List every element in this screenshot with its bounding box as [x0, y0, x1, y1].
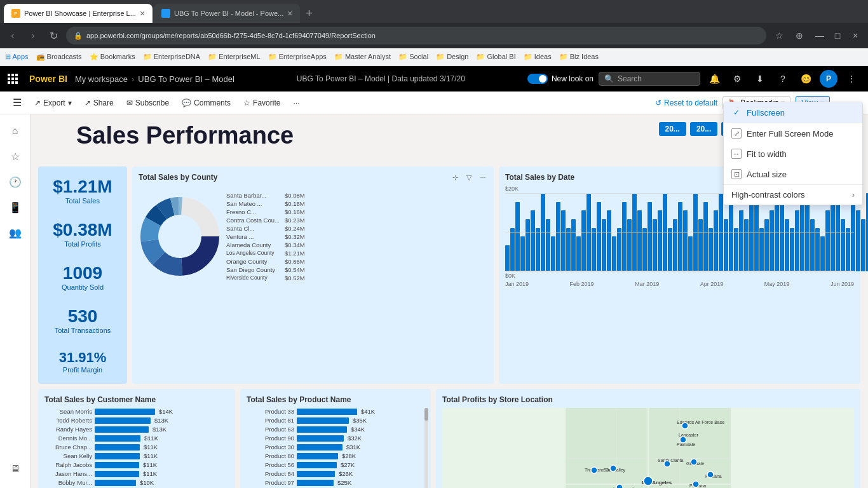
menu-toggle-button[interactable]: ☰	[8, 94, 27, 111]
date-bar	[581, 210, 586, 271]
subscribe-button[interactable]: ✉ Subscribe	[121, 96, 174, 110]
reset-to-default-button[interactable]: ↺ Reset to default	[655, 98, 717, 107]
tab-close-1[interactable]: ×	[140, 8, 145, 18]
new-tab-button[interactable]: +	[300, 4, 318, 22]
refresh-button[interactable]: ↻	[46, 28, 61, 43]
more-options-icon[interactable]: ⋮	[843, 70, 860, 88]
product-scrollbar-thumb[interactable]	[424, 408, 428, 421]
customer-value: $13K	[153, 426, 166, 433]
customer-name: Jason Hans...	[44, 470, 92, 477]
product-bar	[297, 409, 357, 415]
toggle-knob	[539, 75, 546, 83]
user-avatar[interactable]: P	[820, 70, 837, 88]
date-label-jun: Jun 2019	[831, 281, 854, 287]
year-filter-2[interactable]: 20...	[690, 122, 717, 136]
bookmark-ideas[interactable]: 📁 Ideas	[524, 53, 552, 61]
new-look-toggle[interactable]: New look on	[527, 74, 593, 84]
grid-line-mid	[505, 233, 854, 233]
date-label-feb: Feb 2019	[570, 281, 594, 287]
toggle-switch[interactable]	[527, 74, 548, 84]
dropdown-actual-size-item[interactable]: ⊡ Actual size	[724, 164, 862, 184]
date-bar	[759, 228, 764, 271]
more-toolbar-button[interactable]: ···	[288, 96, 304, 110]
settings-gear-icon[interactable]: ⚙	[728, 70, 746, 88]
customer-bar	[95, 462, 139, 468]
sidebar-favorites-icon[interactable]: ☆	[4, 145, 27, 168]
bookmark-apps[interactable]: ⊞ Apps	[5, 53, 29, 61]
svg-point-47	[707, 471, 714, 478]
tab-2[interactable]: UBG To Power BI - Model - Powe... ×	[154, 4, 300, 23]
date-bar	[795, 210, 799, 271]
date-bar	[653, 219, 657, 271]
dropdown-fit-to-width-item[interactable]: ↔ Fit to width	[724, 144, 862, 164]
bookmark-enterpriseapps[interactable]: 📁 EnterpriseApps	[268, 53, 327, 61]
main-container: ⌂ ☆ 🕐 📱 👥 🖥 👤 Sales Performance 20... 20…	[0, 114, 868, 488]
download-icon[interactable]: ⬇	[751, 70, 769, 88]
dropdown-enter-fullscreen-item[interactable]: ⤢ Enter Full Screen Mode	[724, 123, 862, 144]
help-icon[interactable]: ?	[774, 70, 792, 88]
legend-santa-clara: Santa Cl...$0.24M	[226, 225, 305, 232]
extensions-button[interactable]: ⊕	[792, 28, 807, 43]
bookmark-bookmarks[interactable]: ⭐ Bookmarks	[90, 53, 135, 61]
filter-icon[interactable]: ▽	[463, 172, 475, 183]
bookmark-star-button[interactable]: ☆	[771, 28, 787, 43]
svg-point-39	[664, 461, 670, 467]
export-button[interactable]: ↗ Export ▾	[29, 96, 77, 110]
date-bar	[510, 228, 515, 271]
tab-1[interactable]: P Power BI Showcase | Enterprise L... ×	[4, 4, 153, 23]
product-bar	[297, 480, 334, 486]
tab-close-2[interactable]: ×	[287, 8, 292, 18]
sidebar-user-icon[interactable]: 👤	[4, 483, 27, 488]
bookmark-global-bi[interactable]: 📁 Global BI	[476, 53, 515, 61]
kpi-total-sales-value: $1.21M	[46, 177, 119, 197]
legend-ventura: Ventura ...$0.32M	[226, 233, 305, 240]
fullscreen-label: Fullscreen	[747, 114, 785, 118]
kpi-profit-margin-value: 31.91%	[46, 349, 119, 366]
customer-value: $11K	[144, 452, 158, 459]
product-name: Product 80	[247, 452, 294, 459]
feedback-icon[interactable]: 😊	[797, 70, 815, 88]
sidebar-workspace-icon[interactable]: 🖥	[4, 458, 27, 480]
report-title-link[interactable]: UBG To Power BI – Model	[138, 74, 234, 84]
dropdown-fullscreen-item[interactable]: ✓ Fullscreen	[724, 114, 862, 123]
product-scrollbar[interactable]	[424, 408, 428, 488]
address-bar[interactable]: 🔒 app.powerbi.com/groups/me/reports/ab50…	[66, 27, 766, 44]
date-bar	[820, 236, 825, 271]
comments-icon: 💬	[182, 98, 191, 107]
close-button[interactable]: ×	[848, 28, 863, 43]
share-button[interactable]: ↗ Share	[79, 96, 119, 110]
bookmark-master-analyst[interactable]: 📁 Master Analyst	[334, 53, 391, 61]
grid-icon[interactable]	[8, 74, 19, 84]
back-button[interactable]: ‹	[5, 28, 20, 43]
date-bar	[770, 210, 774, 271]
my-workspace-link[interactable]: My workspace	[75, 74, 128, 84]
bookmark-broadcasts[interactable]: 📻 Broadcasts	[36, 53, 82, 61]
tab-bar: P Power BI Showcase | Enterprise L... × …	[0, 0, 868, 23]
product-name: Product 33	[247, 408, 294, 415]
favorite-button[interactable]: ☆ Favorite	[238, 96, 285, 110]
bookmark-enterprisedna[interactable]: 📁 EnterpriseDNA	[143, 53, 200, 61]
bookmark-biz-ideas[interactable]: 📁 Biz Ideas	[559, 53, 599, 61]
comments-button[interactable]: 💬 Comments	[177, 96, 236, 110]
forward-button[interactable]: ›	[25, 28, 41, 43]
focus-mode-icon[interactable]: ⊹	[449, 172, 461, 183]
date-bar	[754, 202, 759, 271]
date-bar	[673, 219, 677, 271]
date-bar	[546, 219, 550, 271]
bookmark-social[interactable]: 📁 Social	[398, 53, 428, 61]
notification-bell-icon[interactable]: 🔔	[705, 70, 723, 88]
search-box[interactable]: 🔍 Search	[599, 72, 700, 86]
bookmark-enterpriseml[interactable]: 📁 EnterpriseML	[208, 53, 260, 61]
maximize-button[interactable]: □	[830, 28, 845, 43]
dropdown-high-contrast-item[interactable]: High-contrast colors ›	[724, 185, 862, 205]
sidebar-apps-icon[interactable]: 📱	[4, 196, 27, 219]
sidebar-shared-icon[interactable]: 👥	[4, 221, 27, 244]
year-filter-1[interactable]: 20...	[659, 122, 686, 136]
minimize-button[interactable]: —	[812, 28, 827, 43]
sidebar-recent-icon[interactable]: 🕐	[4, 170, 27, 193]
product-bar	[297, 435, 344, 442]
product-value: $28K	[342, 452, 356, 459]
bookmark-design[interactable]: 📁 Design	[436, 53, 468, 61]
sidebar-home-icon[interactable]: ⌂	[4, 119, 27, 142]
more-options-county-icon[interactable]: ···	[477, 172, 489, 183]
